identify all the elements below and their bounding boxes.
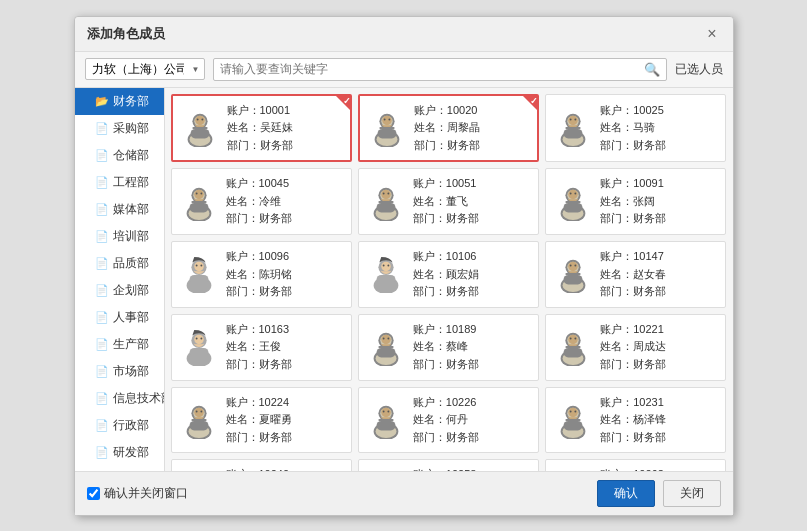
svg-rect-8	[190, 129, 209, 139]
member-card[interactable]: 账户：10045 姓名：冷维 部门：财务部	[171, 168, 352, 235]
sidebar-item-qihua[interactable]: 📄企划部	[75, 277, 164, 304]
folder-icon: 📄	[95, 311, 109, 324]
member-card[interactable]: 账户：10001 姓名：吴廷妹 部门：财务部	[171, 94, 352, 163]
svg-rect-52	[566, 201, 581, 203]
member-info: 账户：10045 姓名：冷维 部门：财务部	[226, 175, 292, 228]
avatar	[180, 183, 218, 221]
confirm-close-checkbox[interactable]	[87, 487, 100, 500]
folder-icon: 📄	[95, 122, 109, 135]
svg-point-95	[570, 338, 572, 340]
sidebar-item-renshi[interactable]: 📄人事部	[75, 304, 164, 331]
company-select[interactable]: 力软（上海）公司	[85, 58, 205, 80]
member-card[interactable]: 账户：10263 姓名：梁恩超 部门：财务部	[545, 459, 726, 470]
member-dept: 部门：财务部	[227, 137, 293, 155]
sidebar-item-meiti[interactable]: 📄媒体部	[75, 196, 164, 223]
member-account: 账户：10020	[414, 102, 480, 120]
member-card[interactable]: 账户：10091 姓名：张阔 部门：财务部	[545, 168, 726, 235]
svg-rect-73	[566, 274, 581, 276]
member-card[interactable]: 账户：10224 姓名：夏曜勇 部门：财务部	[171, 387, 352, 454]
svg-point-56	[194, 262, 204, 272]
member-card[interactable]: 账户：10020 姓名：周黎晶 部门：财务部	[358, 94, 539, 163]
svg-point-50	[570, 192, 572, 194]
department-sidebar: 📂财务部📄采购部📄仓储部📄工程部📄媒体部📄培训部📄品质部📄企划部📄人事部📄生产部…	[75, 88, 165, 471]
search-icon[interactable]: 🔍	[644, 62, 660, 77]
member-info: 账户：10224 姓名：夏曜勇 部门：财务部	[226, 394, 292, 447]
sidebar-item-peixun[interactable]: 📄培训部	[75, 223, 164, 250]
member-info: 账户：10226 姓名：何丹 部门：财务部	[413, 394, 479, 447]
svg-rect-34	[191, 201, 206, 203]
avatar	[180, 401, 218, 439]
svg-rect-88	[378, 346, 393, 348]
svg-rect-25	[566, 127, 581, 129]
close-button[interactable]: 关闭	[663, 480, 721, 507]
company-select-wrap[interactable]: 力软（上海）公司	[85, 58, 205, 80]
member-card[interactable]: 账户：10258 姓名：吴芳 部门：财务部	[358, 459, 539, 470]
member-account: 账户：10224	[226, 394, 292, 412]
search-box: 🔍	[213, 58, 667, 81]
svg-point-105	[200, 411, 202, 413]
member-account: 账户：10001	[227, 102, 293, 120]
member-card[interactable]: 账户：10106 姓名：顾宏娟 部门：财务部	[358, 241, 539, 308]
svg-point-77	[194, 335, 204, 345]
member-dept: 部门：财务部	[226, 429, 292, 447]
sidebar-item-gongcheng[interactable]: 📄工程部	[75, 169, 164, 196]
member-name: 姓名：周成达	[600, 338, 666, 356]
sidebar-item-yanfa[interactable]: 📄研发部	[75, 439, 164, 466]
member-dept: 部门：财务部	[226, 210, 292, 228]
sidebar-item-cangku[interactable]: 📄仓储部	[75, 142, 164, 169]
sidebar-item-xinxi[interactable]: 📄信息技术部	[75, 385, 164, 412]
svg-rect-125	[564, 421, 583, 431]
selected-label: 已选人员	[675, 61, 723, 78]
svg-point-112	[381, 408, 391, 418]
svg-rect-26	[564, 129, 583, 139]
avatar	[367, 183, 405, 221]
sidebar-item-pinzhi[interactable]: 📄品质部	[75, 250, 164, 277]
avatar	[554, 401, 592, 439]
folder-icon: 📄	[95, 365, 109, 378]
search-input[interactable]	[220, 62, 644, 76]
folder-icon: 📄	[95, 149, 109, 162]
member-account: 账户：10051	[413, 175, 479, 193]
member-card[interactable]: 账户：10096 姓名：陈玥铭 部门：财务部	[171, 241, 352, 308]
sidebar-item-shengchan[interactable]: 📄生产部	[75, 331, 164, 358]
member-info: 账户：10001 姓名：吴廷妹 部门：财务部	[227, 102, 293, 155]
member-account: 账户：10163	[226, 321, 292, 339]
member-name: 姓名：顾宏娟	[413, 266, 479, 284]
sidebar-item-xingzheng[interactable]: 📄行政部	[75, 412, 164, 439]
svg-rect-7	[192, 127, 207, 129]
member-info: 账户：10163 姓名：王俊 部门：财务部	[226, 321, 292, 374]
confirm-button[interactable]: 确认	[597, 480, 655, 507]
member-card[interactable]: 账户：10240 姓名：周丽娟 部门：财务部	[171, 459, 352, 470]
sidebar-item-label: 品质部	[113, 255, 149, 272]
folder-icon: 📄	[95, 230, 109, 243]
confirm-close-label[interactable]: 确认并关闭窗口	[87, 485, 188, 502]
avatar	[367, 401, 405, 439]
sidebar-item-label: 信息技术部	[113, 390, 165, 407]
sidebar-item-label: 媒体部	[113, 201, 149, 218]
member-card[interactable]: 账户：10051 姓名：董飞 部门：财务部	[358, 168, 539, 235]
sidebar-item-shichang[interactable]: 📄市场部	[75, 358, 164, 385]
sidebar-item-label: 行政部	[113, 417, 149, 434]
svg-point-64	[387, 265, 389, 267]
svg-point-70	[568, 262, 578, 272]
member-card[interactable]: 账户：10221 姓名：周成达 部门：财务部	[545, 314, 726, 381]
sidebar-item-caigou[interactable]: 📄采购部	[75, 115, 164, 142]
sidebar-item-caiwu[interactable]: 📂财务部	[75, 88, 164, 115]
member-name: 姓名：蔡峰	[413, 338, 479, 356]
member-card[interactable]: 账户：10231 姓名：杨泽锋 部门：财务部	[545, 387, 726, 454]
svg-point-123	[575, 411, 577, 413]
dialog-close-button[interactable]: ×	[703, 26, 720, 42]
member-card[interactable]: 账户：10226 姓名：何丹 部门：财务部	[358, 387, 539, 454]
member-account: 账户：10096	[226, 248, 292, 266]
member-card[interactable]: 账户：10025 姓名：马骑 部门：财务部	[545, 94, 726, 163]
member-name: 姓名：陈玥铭	[226, 266, 292, 284]
dialog-title-bar: 添加角色成员 ×	[75, 17, 733, 52]
member-card[interactable]: 账户：10189 姓名：蔡峰 部门：财务部	[358, 314, 539, 381]
svg-rect-107	[189, 421, 208, 431]
svg-rect-35	[189, 203, 208, 213]
member-card[interactable]: 账户：10147 姓名：赵女春 部门：财务部	[545, 241, 726, 308]
member-name: 姓名：周黎晶	[414, 119, 480, 137]
sidebar-item-label: 企划部	[113, 282, 149, 299]
member-account: 账户：10231	[600, 394, 666, 412]
member-card[interactable]: 账户：10163 姓名：王俊 部门：财务部	[171, 314, 352, 381]
